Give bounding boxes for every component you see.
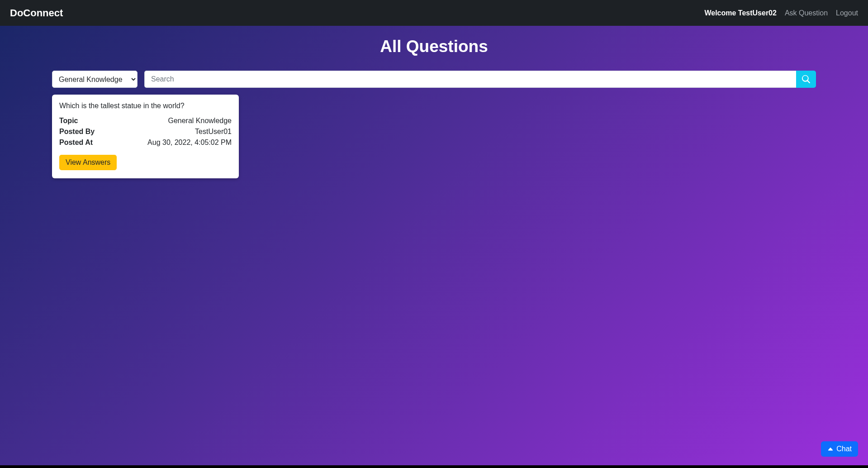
main-content: All Questions General Knowledge Which is… xyxy=(0,26,868,468)
welcome-text: Welcome TestUser02 xyxy=(704,9,776,17)
navbar: DoConnect Welcome TestUser02 Ask Questio… xyxy=(0,0,868,26)
logout-link[interactable]: Logout xyxy=(836,9,858,17)
question-cards: Which is the tallest statue in the world… xyxy=(0,88,868,178)
question-title: Which is the tallest statue in the world… xyxy=(59,102,232,110)
posted-at-label: Posted At xyxy=(59,137,93,148)
search-group xyxy=(144,71,816,88)
meta-row-posted-by: Posted By TestUser01 xyxy=(59,126,232,137)
search-button[interactable] xyxy=(796,71,816,88)
meta-row-posted-at: Posted At Aug 30, 2022, 4:05:02 PM xyxy=(59,137,232,148)
view-answers-button[interactable]: View Answers xyxy=(59,155,117,170)
chat-button[interactable]: Chat xyxy=(821,441,858,457)
posted-by-value: TestUser01 xyxy=(195,126,232,137)
search-icon xyxy=(802,75,810,83)
topic-value: General Knowledge xyxy=(168,115,232,126)
nav-right: Welcome TestUser02 Ask Question Logout xyxy=(704,9,858,17)
question-card: Which is the tallest statue in the world… xyxy=(52,95,239,178)
ask-question-link[interactable]: Ask Question xyxy=(785,9,828,17)
posted-at-value: Aug 30, 2022, 4:05:02 PM xyxy=(147,137,232,148)
chevron-up-icon xyxy=(827,446,834,452)
topic-select[interactable]: General Knowledge xyxy=(52,71,138,88)
posted-by-label: Posted By xyxy=(59,126,95,137)
chat-label: Chat xyxy=(836,445,852,453)
footer-bar xyxy=(0,465,868,468)
topic-label: Topic xyxy=(59,115,78,126)
brand-logo[interactable]: DoConnect xyxy=(10,7,63,19)
meta-row-topic: Topic General Knowledge xyxy=(59,115,232,126)
page-title: All Questions xyxy=(0,37,868,56)
search-row: General Knowledge xyxy=(0,71,868,88)
search-input[interactable] xyxy=(144,71,796,88)
